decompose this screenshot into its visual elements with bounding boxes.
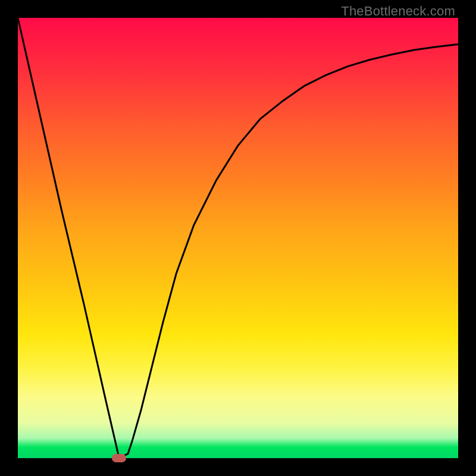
bottleneck-curve [18,18,458,458]
optimal-marker [112,454,126,462]
curve-svg [18,18,458,458]
watermark-text: TheBottleneck.com [341,4,455,19]
